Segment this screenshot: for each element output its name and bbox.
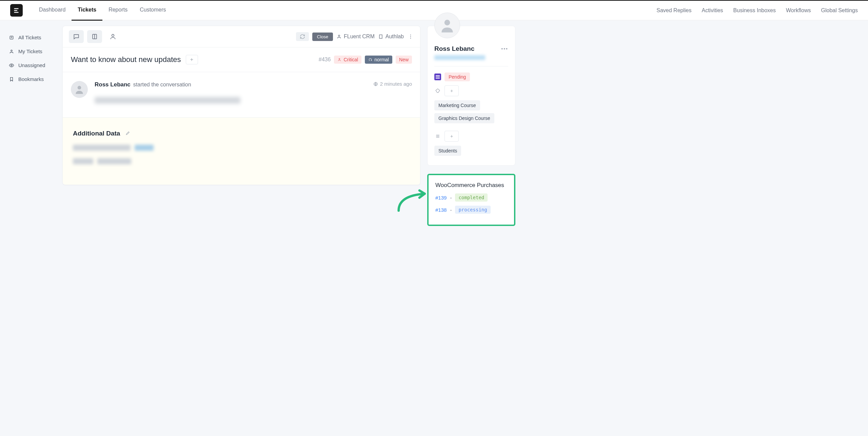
app-logo[interactable] — [10, 4, 23, 17]
sidebar-item-my-tickets[interactable]: My Tickets — [7, 44, 56, 58]
conversation-entry: Ross Lebanc started the conversation 2 m… — [63, 72, 420, 117]
order-status-badge: completed — [455, 193, 488, 202]
nav-business-inboxes[interactable]: Business Inboxes — [733, 7, 776, 14]
customer-profile-card: Ross Lebanc ••• Pending + Marketing Cour… — [427, 26, 515, 166]
redacted-value — [97, 158, 131, 164]
nav-activities[interactable]: Activities — [702, 7, 723, 14]
workspace: All TicketsMy TicketsUnassignedBookmarks… — [0, 20, 868, 436]
woo-order-row: #138-processing — [435, 206, 507, 214]
customer-avatar — [434, 13, 460, 38]
customer-tags: Marketing CourseGraphics Design Course — [434, 100, 508, 126]
right-panel: Ross Lebanc ••• Pending + Marketing Cour… — [420, 20, 522, 436]
ticket-icon — [9, 35, 14, 40]
add-customer-list-button[interactable]: + — [445, 131, 459, 142]
chat-icon — [73, 33, 80, 40]
globe-icon — [373, 82, 378, 86]
list-icon — [434, 133, 441, 140]
nav-global-settings[interactable]: Global Settings — [821, 7, 858, 14]
sidebar-label: My Tickets — [18, 48, 42, 54]
priority-label: Critical — [343, 57, 358, 62]
primary-nav: DashboardTicketsReportsCustomers — [33, 0, 172, 21]
sidebar-label: Unassigned — [18, 62, 45, 68]
user-icon — [9, 49, 14, 54]
message-body-redacted — [95, 97, 240, 104]
refresh-icon — [300, 34, 305, 39]
order-link[interactable]: #139 — [435, 195, 447, 201]
avatar-icon — [74, 84, 85, 95]
sidebar-label: All Tickets — [18, 35, 41, 40]
order-status-badge: processing — [455, 206, 490, 214]
svg-rect-9 — [379, 35, 382, 39]
sidebar-item-unassigned[interactable]: Unassigned — [7, 58, 56, 72]
ticket-card: Close FLuent CRM Authlab Want to know ab… — [62, 26, 420, 185]
sidebar-item-bookmarks[interactable]: Bookmarks — [7, 72, 56, 86]
svg-point-16 — [78, 86, 81, 89]
status-badge[interactable]: New — [396, 56, 412, 64]
separator: - — [450, 207, 452, 213]
additional-data-heading: Additional Data — [73, 130, 120, 137]
customer-more-menu[interactable]: ••• — [501, 46, 508, 51]
close-ticket-button[interactable]: Close — [312, 33, 333, 41]
redacted-value — [135, 145, 154, 151]
nav-dashboard[interactable]: Dashboard — [33, 0, 72, 21]
sidebar-item-all-tickets[interactable]: All Tickets — [7, 30, 56, 44]
notebook-icon — [91, 33, 98, 40]
authlab-label: Authlab — [386, 34, 404, 40]
topbar: DashboardTicketsReportsCustomers Saved R… — [0, 0, 868, 20]
refresh-button[interactable] — [296, 32, 309, 41]
svg-point-8 — [338, 35, 340, 36]
person-icon — [110, 33, 116, 40]
customer-list[interactable]: Students — [434, 146, 461, 156]
channel-badge[interactable]: normal — [365, 56, 392, 64]
nav-reports[interactable]: Reports — [102, 0, 134, 21]
fluent-crm-link[interactable]: FLuent CRM — [336, 34, 375, 40]
svg-point-3 — [11, 50, 12, 51]
time-label: 2 minutes ago — [380, 81, 412, 87]
view-customer-button[interactable] — [105, 30, 120, 43]
pencil-icon — [125, 131, 130, 136]
crm-status-badge[interactable]: Pending — [445, 72, 470, 81]
customer-name: Ross Lebanc — [434, 45, 474, 53]
customer-email-redacted — [434, 55, 485, 60]
ticket-more-menu[interactable] — [407, 32, 414, 41]
channel-label: normal — [374, 57, 389, 62]
view-notes-button[interactable] — [87, 30, 102, 43]
svg-point-15 — [339, 59, 340, 60]
building-icon — [378, 34, 383, 39]
ticket-title: Want to know about new updates — [71, 55, 181, 64]
conversation-time: 2 minutes ago — [373, 81, 412, 87]
svg-point-14 — [410, 38, 411, 39]
woocommerce-purchases-card: WooCommerce Purchases #139-completed#138… — [427, 174, 515, 226]
author-name: Ross Lebanc — [95, 81, 131, 88]
ticket-toolbar: Close FLuent CRM Authlab — [63, 26, 420, 47]
customer-tag[interactable]: Graphics Design Course — [434, 113, 494, 123]
main-panel: Close FLuent CRM Authlab Want to know ab… — [62, 20, 420, 436]
separator: - — [450, 195, 452, 201]
customer-tag[interactable]: Marketing Course — [434, 100, 480, 110]
order-link[interactable]: #138 — [435, 207, 447, 213]
avatar-icon — [439, 17, 456, 34]
conversation-subtext: started the conversation — [133, 82, 191, 88]
nav-workflows[interactable]: Workflows — [786, 7, 811, 14]
svg-point-18 — [445, 20, 450, 25]
view-conversation-button[interactable] — [69, 30, 84, 43]
add-customer-tag-button[interactable]: + — [445, 85, 459, 96]
ticket-header: Want to know about new updates + #436 Cr… — [63, 47, 420, 72]
redacted-field — [73, 158, 93, 164]
edit-additional-button[interactable] — [125, 131, 130, 136]
nav-saved-replies[interactable]: Saved Replies — [656, 7, 691, 14]
ticket-meta: #436 Critical normal New — [319, 56, 412, 64]
svg-point-13 — [410, 36, 411, 37]
priority-badge[interactable]: Critical — [334, 56, 361, 64]
woo-title: WooCommerce Purchases — [435, 182, 507, 189]
author-avatar — [71, 81, 88, 98]
authlab-link[interactable]: Authlab — [378, 34, 404, 40]
add-tag-button[interactable]: + — [186, 55, 198, 64]
kebab-icon — [408, 34, 413, 39]
additional-data-panel: Additional Data — [63, 117, 420, 185]
tag-icon — [434, 87, 441, 94]
nav-tickets[interactable]: Tickets — [72, 0, 102, 21]
user-small-icon — [337, 58, 341, 62]
nav-customers[interactable]: Customers — [134, 0, 172, 21]
crm-app-icon — [434, 74, 441, 80]
